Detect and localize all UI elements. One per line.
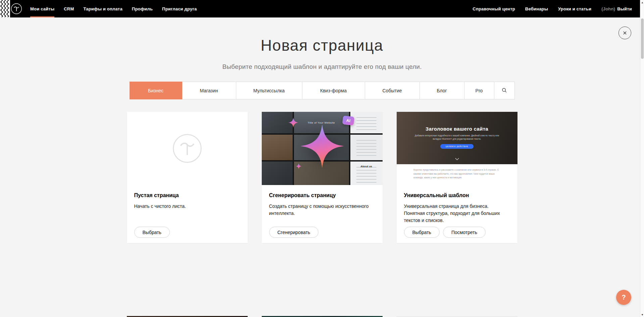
card-title: Сгенерировать страницу (269, 192, 375, 198)
tilda-watermark-icon (172, 133, 203, 164)
logout-label: Выйти (617, 6, 632, 11)
top-navbar: Мои сайты CRM Тарифы и оплата Профиль Пр… (0, 0, 644, 17)
tile-about-text: About us (350, 165, 383, 168)
card-description: Создать страницу с помощью искусственног… (269, 203, 375, 217)
choose-button[interactable]: Выбрать (404, 227, 440, 238)
card-description: Универсальная страница для бизнеса. Поня… (404, 203, 510, 224)
nav-profile[interactable]: Профиль (132, 0, 153, 17)
nav-invite-friend[interactable]: Пригласи друга (162, 0, 197, 17)
tilda-logo[interactable] (11, 0, 22, 17)
ai-small-star-icon (288, 118, 298, 128)
close-button[interactable]: ✕ (618, 27, 631, 39)
template-grid: Пустая страница Начать с чистого листа. … (127, 112, 517, 317)
nav-tariffs[interactable]: Тарифы и оплата (83, 0, 122, 17)
tab-event[interactable]: Событие (365, 82, 420, 99)
tab-business[interactable]: Бизнес (130, 82, 182, 99)
ai-star-icon (300, 124, 344, 168)
tab-shop[interactable]: Магазин (182, 82, 236, 99)
new-page-dialog: ✕ Новая страница Выберите подходящий шаб… (0, 36, 644, 317)
ai-small-star-icon (296, 163, 302, 169)
template-hero-subtitle: Добавьте интересные подробности о вашей … (411, 134, 503, 141)
card-blank-page[interactable]: Пустая страница Начать с чистого листа. … (127, 112, 248, 243)
tab-blog[interactable]: Блог (419, 82, 464, 99)
help-button[interactable]: ? (616, 290, 631, 305)
main-menu: Мои сайты CRM Тарифы и оплата Профиль Пр… (30, 0, 197, 17)
ai-sparkle-group: AI (300, 124, 344, 168)
generate-button[interactable]: Сгенерировать (269, 227, 319, 238)
nav-my-sites[interactable]: Мои сайты (30, 0, 54, 17)
user-name: (John) (601, 6, 615, 11)
card-body: Сгенерировать страницу Создать страницу … (262, 185, 383, 243)
template-body: Коротко представьтесь и расскажите о ком… (397, 164, 517, 185)
page-title: Новая страница (0, 36, 644, 54)
tab-search[interactable] (494, 82, 515, 99)
close-icon: ✕ (623, 30, 627, 36)
template-category-tabs: Бизнес Магазин Мультиссылка Квиз-форма С… (130, 82, 515, 99)
universal-template-preview: Заголовок вашего сайта Добавьте интересн… (397, 112, 517, 185)
template-hero: Заголовок вашего сайта Добавьте интересн… (397, 112, 517, 164)
blank-page-preview (127, 112, 248, 185)
card-description: Начать с чистого листа. (134, 203, 240, 210)
card-actions: Выбрать (134, 227, 240, 238)
card-actions: Выбрать Посмотреть (404, 227, 510, 238)
mosaic-tile-about: About us (350, 162, 383, 185)
zigzag-decoration (0, 0, 10, 17)
card-actions: Сгенерировать (269, 227, 375, 238)
card-body: Универсальный шаблон Универсальная стран… (397, 185, 517, 243)
question-icon: ? (622, 293, 626, 301)
card-generate-page[interactable]: Title of Your Website About us (262, 112, 383, 243)
card-title: Пустая страница (134, 192, 240, 198)
vertical-scrollbar[interactable]: ▲ ▼ (640, 0, 644, 317)
preview-button[interactable]: Посмотреть (443, 227, 486, 238)
mosaic-tile (262, 135, 293, 160)
scroll-down-icon[interactable]: ▼ (640, 312, 644, 317)
nav-webinars[interactable]: Вебинары (525, 0, 548, 17)
scroll-up-icon[interactable]: ▲ (640, 0, 644, 5)
nav-help-center[interactable]: Справочный центр (473, 0, 515, 17)
logout-link[interactable]: (John) Выйти (601, 0, 632, 17)
card-title: Универсальный шаблон (404, 192, 510, 198)
mosaic-tile (262, 162, 293, 185)
template-hero-title: Заголовок вашего сайта (426, 126, 488, 132)
search-icon (501, 87, 507, 94)
nav-lessons[interactable]: Уроки и статьи (558, 0, 591, 17)
mosaic-tile (350, 112, 383, 133)
card-body: Пустая страница Начать с чистого листа. … (127, 185, 248, 243)
template-body-text: Коротко представьтесь и расскажите о ком… (413, 168, 500, 185)
nav-crm[interactable]: CRM (64, 0, 74, 17)
tab-multilink[interactable]: Мультиссылка (236, 82, 302, 99)
ai-badge: AI (342, 116, 354, 126)
scrollbar-thumb[interactable] (641, 18, 644, 59)
page-subtitle: Выберите подходящий шаблон и адаптируйте… (0, 63, 644, 71)
card-universal-template[interactable]: Заголовок вашего сайта Добавьте интересн… (397, 112, 517, 243)
template-cta-button: Целевое действие (440, 144, 474, 149)
ai-generate-preview: Title of Your Website About us (262, 112, 383, 185)
chevron-down-icon (455, 156, 459, 162)
tab-pro[interactable]: Pro (464, 82, 494, 99)
choose-button[interactable]: Выбрать (134, 227, 170, 238)
secondary-menu: Справочный центр Вебинары Уроки и статьи… (473, 0, 644, 17)
mosaic-tile (350, 135, 383, 160)
tab-quiz-form[interactable]: Квиз-форма (302, 82, 365, 99)
